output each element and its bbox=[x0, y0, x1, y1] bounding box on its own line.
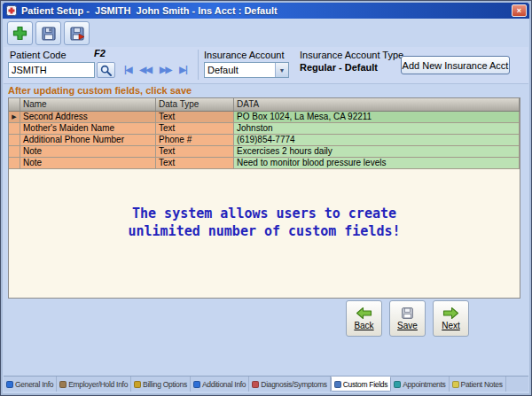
save-icon bbox=[41, 26, 57, 42]
grid-cell-name[interactable]: Note bbox=[20, 146, 156, 158]
grid-cell-data[interactable]: (619)854-7774 bbox=[234, 135, 520, 146]
nav-next-button[interactable]: ▶▶ bbox=[160, 65, 171, 74]
search-button[interactable] bbox=[97, 62, 115, 78]
table-row[interactable]: NoteTextExcercises 2 hours daily bbox=[9, 146, 520, 158]
info-icon bbox=[193, 381, 200, 388]
message-line-1: The system allows users to create bbox=[9, 205, 520, 222]
grid-cell-data[interactable]: Excercises 2 hours daily bbox=[234, 146, 520, 158]
insurance-account-type-value: Regular - Default bbox=[300, 62, 378, 73]
arrow-left-icon bbox=[356, 307, 372, 320]
save-close-button[interactable] bbox=[64, 21, 90, 45]
insurance-account-select[interactable]: Default ▼ bbox=[204, 62, 289, 78]
tab-label: General Info bbox=[15, 380, 53, 389]
tab-diagnosis-symptoms[interactable]: Diagnosis/Symptoms bbox=[249, 377, 330, 392]
floppy-disk-icon bbox=[401, 307, 414, 320]
selector-column-header bbox=[9, 98, 20, 111]
column-header-datatype[interactable]: Data Type bbox=[156, 98, 234, 111]
grid-cell-data[interactable]: Johnston bbox=[234, 123, 520, 135]
add-button[interactable] bbox=[7, 21, 33, 45]
row-selector[interactable] bbox=[9, 158, 20, 169]
grid-body: ▶Second AddressTextPO Box 1024, La Mesa,… bbox=[9, 112, 520, 169]
add-new-insurance-acct-button[interactable]: Add New Insurance Acct bbox=[401, 56, 510, 74]
insurance-account-value: Default bbox=[205, 63, 275, 77]
tab-label: Custom Fields bbox=[343, 380, 387, 389]
nav-first-button[interactable]: |◀ bbox=[124, 65, 132, 74]
insurance-account-label: Insurance Account bbox=[204, 50, 285, 60]
back-label: Back bbox=[354, 321, 373, 330]
tab-custom-fields[interactable]: Custom Fields bbox=[331, 377, 391, 392]
chevron-down-icon[interactable]: ▼ bbox=[275, 63, 288, 77]
arrow-right-icon bbox=[442, 307, 459, 320]
patient-setup-window: Patient Setup - JSMITH John Smith - Ins … bbox=[0, 0, 532, 396]
row-selector[interactable] bbox=[9, 123, 20, 135]
tab-additional-info[interactable]: Additional Info bbox=[191, 377, 249, 392]
custom-fields-icon bbox=[334, 381, 341, 388]
grid-cell-data[interactable]: PO Box 1024, La Mesa, CA 92211 bbox=[234, 112, 520, 123]
f2-shortcut-label: F2 bbox=[94, 48, 106, 58]
patient-code-label: Patient Code bbox=[10, 50, 66, 60]
save-record-button[interactable]: Save bbox=[389, 300, 426, 337]
custom-fields-message: The system allows users to create unlimi… bbox=[9, 205, 520, 241]
next-label: Next bbox=[442, 321, 460, 330]
table-row[interactable]: Mother's Maiden NameTextJohnston bbox=[9, 123, 520, 135]
tab-label: Billing Options bbox=[143, 380, 187, 389]
tab-employer-hold-info[interactable]: Employer/Hold Info bbox=[57, 377, 131, 392]
insurance-account-type-label: Insurance Account Type bbox=[300, 50, 403, 60]
save-label: Save bbox=[397, 321, 418, 330]
record-navigator: |◀ ◀◀ ▶▶ ▶| bbox=[124, 65, 187, 74]
notes-icon bbox=[452, 381, 459, 388]
table-row[interactable]: ▶Second AddressTextPO Box 1024, La Mesa,… bbox=[9, 112, 520, 123]
save-notice: After updating custom fields, click save bbox=[8, 85, 192, 96]
tab-label: Diagnosis/Symptoms bbox=[261, 380, 326, 389]
tab-label: Appointments bbox=[403, 380, 445, 389]
grid-cell-name[interactable]: Additional Phone Number bbox=[20, 135, 156, 146]
row-selector[interactable]: ▶ bbox=[9, 112, 20, 123]
grid-cell-datatype[interactable]: Phone # bbox=[156, 135, 234, 146]
titlebar: Patient Setup - JSMITH John Smith - Ins … bbox=[3, 3, 529, 19]
table-row[interactable]: Additional Phone NumberPhone #(619)854-7… bbox=[9, 135, 520, 146]
message-line-2: unlimited number of custom fields! bbox=[9, 222, 520, 240]
tab-label: Additional Info bbox=[202, 380, 246, 389]
tabstrip: General InfoEmployer/Hold InfoBilling Op… bbox=[4, 376, 528, 392]
add-icon bbox=[12, 25, 28, 42]
tab-patient-notes[interactable]: Patient Notes bbox=[450, 377, 506, 392]
grid-cell-name[interactable]: Note bbox=[20, 158, 156, 169]
patient-code-input[interactable] bbox=[8, 62, 95, 78]
grid-cell-datatype[interactable]: Text bbox=[156, 112, 234, 123]
table-row[interactable]: NoteTextNeed to monitor blood pressure l… bbox=[9, 158, 520, 169]
save-close-icon bbox=[69, 26, 85, 42]
grid-header: Name Data Type DATA bbox=[9, 98, 520, 112]
grid-cell-datatype[interactable]: Text bbox=[156, 158, 234, 169]
grid-cell-name[interactable]: Mother's Maiden Name bbox=[20, 123, 156, 135]
next-button[interactable]: Next bbox=[433, 300, 469, 337]
appointments-icon bbox=[394, 381, 401, 388]
window-title: Patient Setup - JSMITH John Smith - Ins … bbox=[21, 5, 512, 16]
employer-icon bbox=[59, 381, 66, 388]
save-button[interactable] bbox=[35, 21, 61, 45]
row-selector[interactable] bbox=[9, 146, 20, 158]
tab-billing-options[interactable]: Billing Options bbox=[131, 377, 191, 392]
custom-fields-grid: Name Data Type DATA ▶Second AddressTextP… bbox=[8, 97, 520, 299]
tab-appointments[interactable]: Appointments bbox=[391, 377, 449, 392]
back-button[interactable]: Back bbox=[346, 300, 382, 337]
main-toolbar bbox=[7, 21, 90, 45]
column-header-data[interactable]: DATA bbox=[234, 98, 520, 111]
billing-icon bbox=[134, 381, 141, 388]
section-divider bbox=[198, 50, 199, 80]
record-nav-buttons: Back Save Next bbox=[346, 300, 469, 337]
nav-previous-button[interactable]: ◀◀ bbox=[140, 65, 152, 74]
grid-cell-datatype[interactable]: Text bbox=[156, 146, 234, 158]
column-header-name[interactable]: Name bbox=[20, 98, 156, 111]
diagnosis-icon bbox=[252, 381, 259, 388]
close-button[interactable]: × bbox=[512, 4, 527, 17]
search-icon bbox=[100, 65, 112, 76]
app-icon bbox=[6, 5, 17, 16]
grid-cell-name[interactable]: Second Address bbox=[20, 112, 156, 123]
grid-cell-datatype[interactable]: Text bbox=[156, 123, 234, 135]
close-icon: × bbox=[517, 6, 521, 15]
tab-general-info[interactable]: General Info bbox=[4, 377, 57, 392]
tab-label: Patient Notes bbox=[461, 380, 503, 389]
nav-last-button[interactable]: ▶| bbox=[179, 65, 187, 74]
row-selector[interactable] bbox=[9, 135, 20, 146]
grid-cell-data[interactable]: Need to monitor blood pressure levels bbox=[234, 158, 520, 169]
